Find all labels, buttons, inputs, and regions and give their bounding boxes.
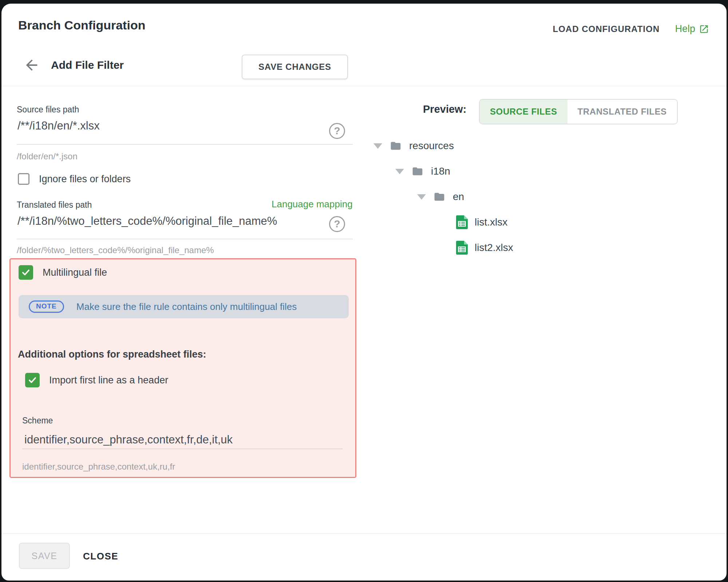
translated-files-path-input[interactable]: /**/i18n/%two_letters_code%/%original_fi…	[17, 215, 277, 228]
import-header-checkbox-label: Import first line as a header	[49, 375, 168, 386]
back-arrow-icon[interactable]	[23, 57, 40, 73]
source-path-help-icon[interactable]: ?	[329, 123, 345, 139]
save-button[interactable]: SAVE	[19, 543, 70, 569]
close-button[interactable]: CLOSE	[83, 551, 118, 562]
ignore-files-checkbox[interactable]	[18, 173, 29, 185]
tree-item-label: resources	[409, 140, 454, 152]
tree-item-label: en	[453, 191, 464, 203]
caret-down-icon[interactable]	[395, 169, 404, 174]
translated-path-help-icon[interactable]: ?	[329, 216, 345, 232]
folder-icon	[432, 191, 446, 203]
scheme-helper-text: identifier,source_phrase,context,uk,ru,f…	[22, 462, 175, 472]
source-path-helper-text: /folder/en/*.json	[17, 151, 78, 162]
load-configuration-button[interactable]: LOAD CONFIGURATION	[553, 24, 660, 34]
scheme-label: Scheme	[22, 416, 53, 426]
multilingual-file-checkbox-row[interactable]: Multilingual file	[19, 265, 107, 280]
tree-row-i18n[interactable]: i18n	[368, 159, 660, 184]
import-header-checkbox-row[interactable]: Import first line as a header	[25, 373, 168, 387]
multilingual-file-checkbox[interactable]	[19, 265, 33, 280]
tree-item-label: i18n	[431, 166, 450, 177]
note-badge: NOTE	[29, 300, 64, 313]
multilingual-options-highlight-box: Multilingual file NOTE Make sure the fil…	[9, 258, 356, 478]
tree-row-en[interactable]: en	[368, 184, 660, 210]
tree-item-label: list.xlsx	[475, 216, 507, 228]
page-title: Branch Configuration	[18, 18, 145, 32]
save-changes-button[interactable]: SAVE CHANGES	[242, 55, 348, 79]
folder-icon	[389, 140, 403, 152]
multilingual-file-checkbox-label: Multilingual file	[43, 267, 107, 278]
caret-down-icon[interactable]	[417, 194, 426, 200]
ignore-files-checkbox-label: Ignore files or folders	[39, 174, 131, 185]
header-divider	[1, 86, 727, 86]
add-file-filter-title: Add File Filter	[51, 59, 124, 71]
external-link-icon	[699, 24, 709, 34]
footer-divider	[1, 533, 727, 534]
language-mapping-link[interactable]: Language mapping	[272, 199, 353, 210]
branch-configuration-dialog: Branch Configuration LOAD CONFIGURATION …	[1, 4, 727, 581]
preview-label: Preview:	[423, 103, 466, 115]
tree-row-list-xlsx[interactable]: list.xlsx	[368, 210, 660, 235]
scheme-input-underline	[22, 449, 343, 449]
ignore-files-checkbox-row[interactable]: Ignore files or folders	[18, 173, 131, 185]
tab-translated-files[interactable]: TRANSLATED FILES	[567, 100, 677, 124]
spreadsheet-file-icon	[456, 215, 468, 229]
file-tree: resources i18n en	[368, 133, 660, 260]
spreadsheet-file-icon	[456, 241, 468, 255]
tab-source-files[interactable]: SOURCE FILES	[480, 100, 567, 124]
import-header-checkbox[interactable]	[25, 373, 40, 387]
translated-files-path-label: Translated files path	[17, 200, 92, 210]
tree-row-list2-xlsx[interactable]: list2.xlsx	[368, 235, 660, 260]
note-message: Make sure the file rule contains only mu…	[76, 301, 297, 312]
tree-row-resources[interactable]: resources	[368, 133, 660, 159]
translated-path-helper-text: /folder/%two_letters_code%/%original_fil…	[17, 245, 214, 255]
preview-toggle-group: SOURCE FILES TRANSLATED FILES	[479, 99, 678, 124]
help-link[interactable]: Help	[675, 23, 709, 35]
help-link-label: Help	[675, 23, 695, 35]
scheme-input[interactable]: identifier,source_phrase,context,fr,de,i…	[24, 433, 233, 446]
note-banner: NOTE Make sure the file rule contains on…	[19, 295, 349, 318]
source-files-path-input[interactable]: /**/i18n/en/*.xlsx	[17, 119, 100, 132]
spreadsheet-options-heading: Additional options for spreadsheet files…	[18, 349, 206, 360]
translated-path-input-underline	[17, 239, 353, 239]
caret-down-icon[interactable]	[373, 143, 382, 149]
tree-item-label: list2.xlsx	[475, 242, 513, 254]
source-path-input-underline	[17, 144, 353, 145]
folder-icon	[411, 166, 424, 177]
source-files-path-label: Source files path	[17, 105, 79, 115]
